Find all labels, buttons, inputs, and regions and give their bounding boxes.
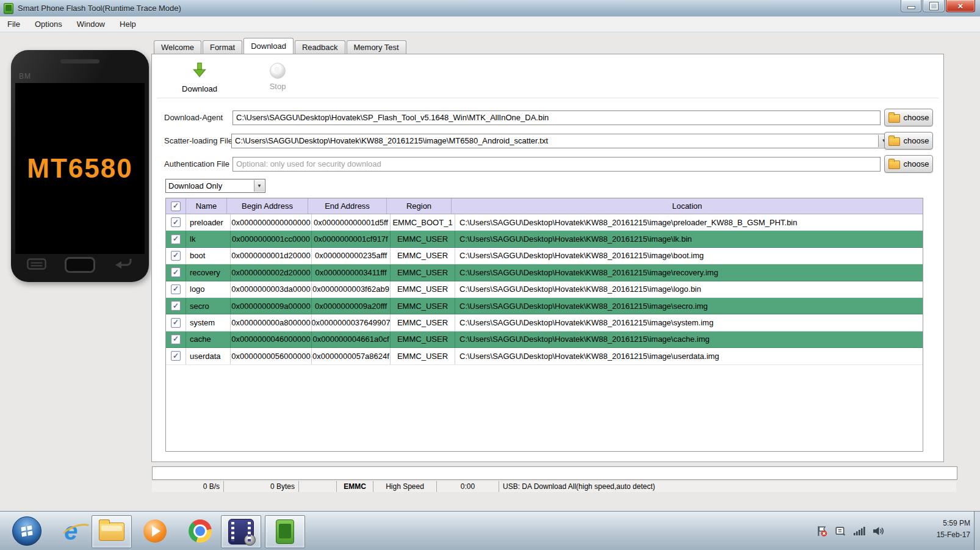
table-row[interactable]: ✓secro0x0000000009a000000x0000000009a20f… <box>166 298 923 314</box>
menu-options[interactable]: Options <box>27 20 70 29</box>
auth-file-input[interactable]: Optional: only used for security downloa… <box>232 157 881 172</box>
row-checkbox[interactable]: ✓ <box>171 301 181 311</box>
menu-help[interactable]: Help <box>112 20 143 29</box>
table-row[interactable]: ✓system0x000000000a8000000x0000000037649… <box>166 314 923 331</box>
partition-table-header: ✓ Name Begin Address End Address Region … <box>166 198 923 214</box>
network-signal-icon[interactable] <box>853 526 865 536</box>
download-button[interactable]: Download <box>176 62 223 93</box>
menu-file[interactable]: File <box>0 20 27 29</box>
start-button[interactable] <box>7 515 46 547</box>
auth-file-choose-button[interactable]: choose <box>884 155 933 173</box>
menu-window[interactable]: Window <box>70 20 112 29</box>
row-checkbox[interactable]: ✓ <box>171 234 181 244</box>
mode-dropdown-arrow-icon[interactable]: ▼ <box>254 180 264 192</box>
row-checkbox[interactable]: ✓ <box>171 251 181 261</box>
partition-table-body: ✓preloader0x00000000000000000x0000000000… <box>166 214 923 365</box>
row-checkbox-cell[interactable]: ✓ <box>166 264 186 280</box>
table-row[interactable]: ✓lk0x0000000001cc00000x0000000001cf917fE… <box>166 231 923 247</box>
scatter-file-choose-button[interactable]: choose <box>884 132 933 150</box>
volume-icon[interactable] <box>873 526 885 536</box>
header-checkbox-cell[interactable]: ✓ <box>166 198 186 214</box>
window-title: Smart Phone Flash Tool(Runtime Trace Mod… <box>18 4 181 13</box>
taskbar-media-player[interactable] <box>135 515 175 547</box>
tab-readback[interactable]: Readback <box>295 40 345 54</box>
download-agent-choose-button[interactable]: choose <box>884 109 933 126</box>
close-button[interactable]: × <box>946 0 975 12</box>
cell-region: EMMC_USER <box>391 264 455 280</box>
row-checkbox[interactable]: ✓ <box>171 335 181 344</box>
scatter-file-value: C:\Users\SAGGU\Desktop\Hovatek\KW88_2016… <box>235 136 548 145</box>
taskbar-chrome[interactable] <box>181 515 220 547</box>
table-row[interactable]: ✓recovery0x0000000002d200000x00000000034… <box>166 264 923 281</box>
cell-region: EMMC_USER <box>391 314 455 330</box>
cell-name: system <box>186 314 231 330</box>
taskbar-video-tool[interactable] <box>221 515 261 548</box>
table-row[interactable]: ✓cache0x00000000460000000x000000004661a0… <box>166 331 923 348</box>
row-checkbox-cell[interactable]: ✓ <box>166 248 186 264</box>
cell-location: C:\Users\SAGGU\Desktop\Hovatek\KW88_2016… <box>455 348 923 364</box>
row-checkbox-cell[interactable]: ✓ <box>166 298 186 314</box>
taskbar-flash-tool[interactable] <box>265 515 305 548</box>
device-install-icon[interactable] <box>835 526 846 537</box>
table-row[interactable]: ✓logo0x0000000003da00000x0000000003f62ab… <box>166 281 923 298</box>
taskbar-internet-explorer[interactable]: e <box>51 515 90 547</box>
restore-button[interactable] <box>923 0 945 12</box>
cell-name: secro <box>186 298 231 314</box>
header-name[interactable]: Name <box>186 198 227 214</box>
header-location[interactable]: Location <box>452 198 923 214</box>
clock-date: 15-Feb-17 <box>915 529 970 541</box>
header-begin-address[interactable]: Begin Address <box>227 198 308 214</box>
phone-back-icon <box>113 258 133 272</box>
header-region[interactable]: Region <box>387 198 452 214</box>
minimize-button[interactable] <box>901 0 921 12</box>
row-checkbox[interactable]: ✓ <box>171 351 181 361</box>
cell-name: cache <box>186 331 231 347</box>
show-desktop-button[interactable] <box>974 512 980 550</box>
table-row[interactable]: ✓preloader0x00000000000000000x0000000000… <box>166 214 923 231</box>
row-checkbox-cell[interactable]: ✓ <box>166 331 186 347</box>
mode-select[interactable]: Download Only ▼ <box>165 179 265 193</box>
cell-region: EMMC_USER <box>391 331 455 347</box>
phone-screen: MT6580 <box>15 83 145 254</box>
tab-welcome[interactable]: Welcome <box>154 40 201 54</box>
row-checkbox[interactable]: ✓ <box>171 284 181 294</box>
row-checkbox-cell[interactable]: ✓ <box>166 314 186 330</box>
folder-icon <box>888 114 900 123</box>
download-agent-label: Download-Agent <box>164 113 223 122</box>
taskbar-windows-explorer[interactable] <box>92 515 132 548</box>
row-checkbox-cell[interactable]: ✓ <box>166 348 186 364</box>
taskbar-clock[interactable]: 5:59 PM 15-Feb-17 <box>915 518 970 541</box>
header-end-address[interactable]: End Address <box>308 198 387 214</box>
cell-begin-address: 0x0000000003da0000 <box>231 281 312 297</box>
table-row[interactable]: ✓boot0x0000000001d200000x000000000235aff… <box>166 248 923 264</box>
row-checkbox-cell[interactable]: ✓ <box>166 281 186 297</box>
row-checkbox-cell[interactable]: ✓ <box>166 231 186 247</box>
table-row[interactable]: ✓userdata0x00000000560000000x0000000057a… <box>166 348 923 364</box>
download-agent-input[interactable]: C:\Users\SAGGU\Desktop\Hovatek\SP_Flash_… <box>232 110 881 125</box>
cell-name: userdata <box>186 348 231 364</box>
row-checkbox[interactable]: ✓ <box>171 217 181 227</box>
cell-end-address: 0x000000000001d5ff <box>312 214 391 230</box>
tab-download[interactable]: Download <box>243 38 294 54</box>
cell-begin-address: 0x0000000000000000 <box>231 214 312 230</box>
stop-button-label: Stop <box>254 82 301 91</box>
cell-name: boot <box>186 248 231 264</box>
choose-button-label: choose <box>904 159 929 168</box>
row-checkbox[interactable]: ✓ <box>171 318 181 328</box>
app-icon <box>4 3 13 14</box>
scatter-file-combobox[interactable]: C:\Users\SAGGU\Desktop\Hovatek\KW88_2016… <box>231 134 890 148</box>
cell-end-address: 0x000000000235afff <box>312 248 391 264</box>
tab-format[interactable]: Format <box>203 40 242 54</box>
status-usb-mode: USB: DA Download All(high speed,auto det… <box>499 481 956 492</box>
choose-button-label: choose <box>904 113 929 122</box>
row-checkbox[interactable]: ✓ <box>171 267 181 277</box>
row-checkbox-cell[interactable]: ✓ <box>166 214 186 230</box>
stop-button[interactable]: Stop <box>254 62 301 91</box>
cell-begin-address: 0x0000000056000000 <box>231 348 312 364</box>
select-all-checkbox[interactable]: ✓ <box>171 201 181 211</box>
tab-memory-test[interactable]: Memory Test <box>347 40 406 54</box>
action-center-icon[interactable] <box>816 526 827 537</box>
phone-graphic: BM MT6580 <box>11 50 149 282</box>
cell-end-address: 0x0000000057a8624f <box>312 348 391 364</box>
cell-name: preloader <box>186 214 231 230</box>
